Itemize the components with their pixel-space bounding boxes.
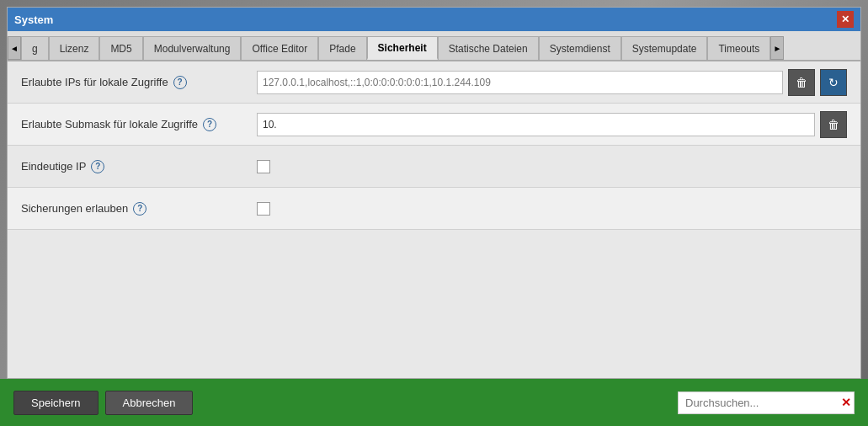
save-button[interactable]: Speichern (13, 391, 99, 415)
cancel-button[interactable]: Abbrechen (105, 391, 194, 415)
tab-systemupdate[interactable]: Systemupdate (621, 36, 708, 60)
help-icon-eindeutige-ip[interactable]: ? (91, 160, 104, 173)
tab-scroll-right[interactable]: ► (770, 36, 784, 60)
row-erlaubte-submask: Erlaubte Submask für lokale Zugriffe ? 🗑 (8, 104, 860, 146)
control-erlaubte-ips: 🗑 ↻ (257, 69, 847, 96)
tab-office-editor[interactable]: Office Editor (241, 36, 318, 60)
bottom-bar: Speichern Abbrechen ✕ (0, 379, 868, 426)
delete-erlaubte-ips-button[interactable]: 🗑 (788, 69, 815, 96)
tab-scroll-left[interactable]: ◄ (8, 36, 21, 60)
dialog-title: System (14, 13, 53, 26)
label-sicherungen-erlauben: Sicherungen erlauben ? (21, 202, 257, 216)
tab-pfade[interactable]: Pfade (318, 36, 366, 60)
refresh-erlaubte-ips-button[interactable]: ↻ (820, 69, 847, 96)
label-erlaubte-submask-text: Erlaubte Submask für lokale Zugriffe (21, 118, 198, 130)
tab-md5[interactable]: MD5 (99, 36, 142, 60)
label-erlaubte-submask: Erlaubte Submask für lokale Zugriffe ? (21, 118, 257, 131)
input-erlaubte-submask[interactable] (257, 113, 815, 136)
help-icon-sicherungen-erlauben[interactable]: ? (133, 202, 146, 216)
dialog-titlebar: System ✕ (8, 8, 860, 31)
tab-modulverwaltung[interactable]: Modulverwaltung (143, 36, 242, 60)
tab-systemdienst[interactable]: Systemdienst (539, 36, 621, 60)
help-icon-erlaubte-submask[interactable]: ? (203, 118, 216, 131)
delete-erlaubte-submask-button[interactable]: 🗑 (820, 111, 847, 138)
row-erlaubte-ips: Erlaubte IPs für lokale Zugriffe ? 🗑 ↻ (8, 61, 860, 104)
label-eindeutige-ip-text: Eindeutige IP (21, 160, 86, 173)
checkbox-eindeutige-ip[interactable] (257, 160, 270, 173)
control-erlaubte-submask: 🗑 (257, 111, 847, 138)
row-eindeutige-ip: Eindeutige IP ? (8, 146, 860, 188)
system-dialog: System ✕ ◄ g Lizenz MD5 Modulverwaltung … (7, 7, 861, 379)
tab-sicherheit[interactable]: Sicherheit (367, 36, 438, 60)
label-erlaubte-ips-text: Erlaubte IPs für lokale Zugriffe (21, 76, 168, 88)
tabs-bar: ◄ g Lizenz MD5 Modulverwaltung Office Ed… (8, 31, 860, 61)
close-button[interactable]: ✕ (837, 11, 854, 28)
control-eindeutige-ip (257, 160, 847, 173)
input-erlaubte-ips[interactable] (257, 71, 783, 94)
search-input[interactable] (678, 391, 855, 414)
search-box-wrapper: ✕ (678, 391, 855, 414)
tab-timeouts[interactable]: Timeouts (707, 36, 770, 60)
label-sicherungen-erlauben-text: Sicherungen erlauben (21, 202, 128, 215)
row-sicherungen-erlauben: Sicherungen erlauben ? (8, 188, 860, 230)
tab-statische-dateien[interactable]: Statische Dateien (438, 36, 539, 60)
label-eindeutige-ip: Eindeutige IP ? (21, 160, 257, 173)
tab-lizenz[interactable]: Lizenz (49, 36, 100, 60)
checkbox-sicherungen-erlauben[interactable] (257, 202, 270, 216)
control-sicherungen-erlauben (257, 202, 847, 216)
tab-allgemein[interactable]: g (21, 36, 49, 60)
help-icon-erlaubte-ips[interactable]: ? (173, 76, 187, 89)
search-clear-button[interactable]: ✕ (841, 397, 851, 408)
label-erlaubte-ips: Erlaubte IPs für lokale Zugriffe ? (21, 76, 257, 89)
dialog-content: Erlaubte IPs für lokale Zugriffe ? 🗑 ↻ E… (8, 61, 860, 378)
